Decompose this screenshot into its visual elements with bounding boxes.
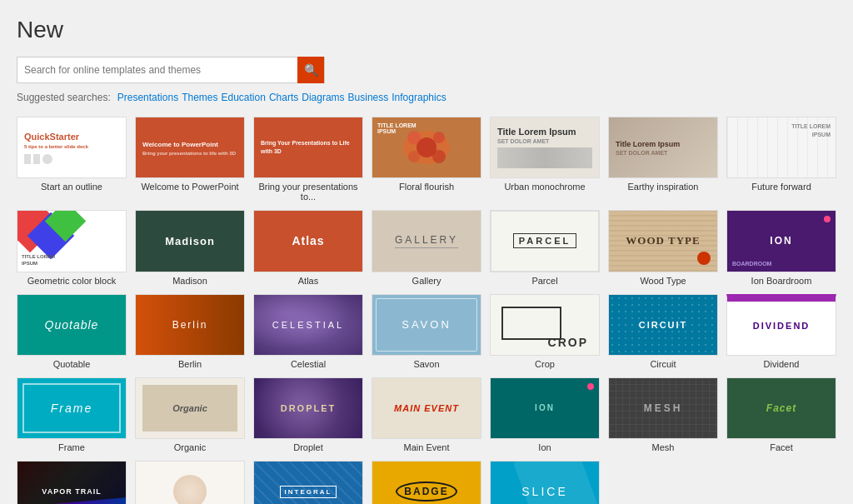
template-mainevent[interactable]: MAIN EVENT Main Event [372, 377, 481, 452]
template-crop[interactable]: CROP Crop [490, 294, 600, 369]
template-frame-label: Frame [58, 442, 85, 452]
template-organic-label: Organic [174, 442, 207, 452]
search-input[interactable] [17, 64, 297, 76]
template-welcome-ppt-label: Welcome to PowerPoint [141, 182, 238, 192]
svg-point-3 [433, 132, 445, 143]
suggested-charts[interactable]: Charts [269, 92, 298, 103]
template-geo-label: Geometric color block [27, 276, 116, 286]
suggested-label: Suggested searches: [17, 92, 111, 103]
template-facet[interactable]: Facet Facet [726, 377, 836, 452]
template-atlas[interactable]: Atlas Atlas [253, 210, 363, 285]
template-ion-board-label: Ion Boardroom [751, 276, 812, 286]
suggested-education[interactable]: Education [222, 92, 266, 103]
template-gallery-label: Gallery [412, 276, 441, 286]
template-parcel[interactable]: PARCEL Parcel [490, 210, 600, 285]
template-gallery[interactable]: GALLERY Gallery [372, 210, 481, 285]
template-future-label: Future forward [751, 182, 811, 192]
svg-point-4 [408, 151, 420, 162]
template-facet-label: Facet [770, 442, 793, 452]
template-earthy-label: Earthy inspiration [628, 182, 699, 192]
page-container: New 🔍 Suggested searches: Presentations … [0, 0, 853, 504]
template-bring[interactable]: Bring Your Presentations to Life with 3D… [253, 117, 363, 202]
template-atlas-label: Atlas [298, 276, 318, 286]
template-integral[interactable]: INTEGRAL Integral [253, 461, 363, 504]
template-madison-label: Madison [172, 276, 207, 286]
templates-grid: QuickStarter 5 tips to a better slide de… [17, 117, 836, 504]
template-dividend-label: Dividend [764, 359, 800, 369]
template-droplet[interactable]: DROPLET Droplet [253, 377, 363, 452]
template-berlin[interactable]: Berlin Berlin [135, 294, 245, 369]
template-urban[interactable]: Title Lorem Ipsum SET DOLOR AMET Urban m… [490, 117, 600, 202]
template-celestial-label: Celestial [291, 359, 326, 369]
template-bring-label: Bring your presentations to... [253, 182, 363, 202]
template-quickstarter[interactable]: QuickStarter 5 tips to a better slide de… [17, 117, 127, 202]
template-parcel-label: Parcel [531, 276, 557, 286]
template-organic[interactable]: Organic Organic [135, 377, 245, 452]
template-floral-label: Floral flourish [399, 182, 454, 192]
template-slice[interactable]: SLICE Slice [490, 461, 600, 504]
template-ion-board[interactable]: ION BOARDROOM Ion Boardroom [726, 210, 836, 285]
template-geo[interactable]: TITLE LOREMIPSUM Geometric color block [17, 210, 127, 285]
template-circuit-label: Circuit [650, 359, 676, 369]
template-celestial[interactable]: CELESTIAL Celestial [253, 294, 363, 369]
template-savon[interactable]: SAVON Savon [372, 294, 481, 369]
svg-point-5 [432, 150, 446, 163]
template-circuit[interactable]: CIRCUIT Circuit [608, 294, 718, 369]
page-title: New [17, 17, 836, 43]
template-quotable[interactable]: Quotable Quotable [17, 294, 127, 369]
template-crop-label: Crop [535, 359, 555, 369]
template-wisp[interactable]: Wisp Wisp [135, 461, 245, 504]
template-urban-label: Urban monochrome [504, 182, 585, 192]
template-madison[interactable]: Madison Madison [135, 210, 245, 285]
template-savon-label: Savon [413, 359, 439, 369]
suggested-business[interactable]: Business [348, 92, 389, 103]
suggested-infographics[interactable]: Infographics [392, 92, 446, 103]
suggested-themes[interactable]: Themes [182, 92, 217, 103]
suggested-searches: Suggested searches: Presentations Themes… [17, 92, 836, 103]
template-badge[interactable]: BADGE Badge [372, 461, 481, 504]
template-mesh-label: Mesh [652, 442, 675, 452]
template-floral[interactable]: TITLE LOREMIPSUM Floral flourish [372, 117, 481, 202]
template-mesh[interactable]: MESH Mesh [608, 377, 718, 452]
template-welcome-ppt[interactable]: Welcome to PowerPoint Bring your present… [135, 117, 245, 202]
template-future[interactable]: TITLE LOREMIPSUM Future forward [726, 117, 836, 202]
suggested-diagrams[interactable]: Diagrams [302, 92, 344, 103]
template-mainevent-label: Main Event [403, 442, 449, 452]
template-earthy[interactable]: Title Lorem Ipsum SET DOLOR AMET Earthy … [608, 117, 718, 202]
template-woodtype[interactable]: WOOD TYPE Wood Type [608, 210, 718, 285]
template-berlin-label: Berlin [178, 359, 202, 369]
suggested-presentations[interactable]: Presentations [117, 92, 178, 103]
search-bar: 🔍 [17, 57, 325, 83]
template-vaportrail[interactable]: VAPOR TRAIL Vapor Trail [17, 461, 127, 504]
template-woodtype-label: Wood Type [640, 276, 686, 286]
template-ion[interactable]: ION Ion [490, 377, 600, 452]
template-quotable-label: Quotable [53, 359, 91, 369]
template-droplet-label: Droplet [293, 442, 322, 452]
template-frame[interactable]: Frame Frame [17, 377, 127, 452]
template-quickstarter-label: Start an outline [41, 182, 102, 192]
template-ion-label: Ion [538, 442, 551, 452]
template-dividend[interactable]: DIVIDEND Dividend [726, 294, 836, 369]
search-button[interactable]: 🔍 [297, 57, 324, 83]
